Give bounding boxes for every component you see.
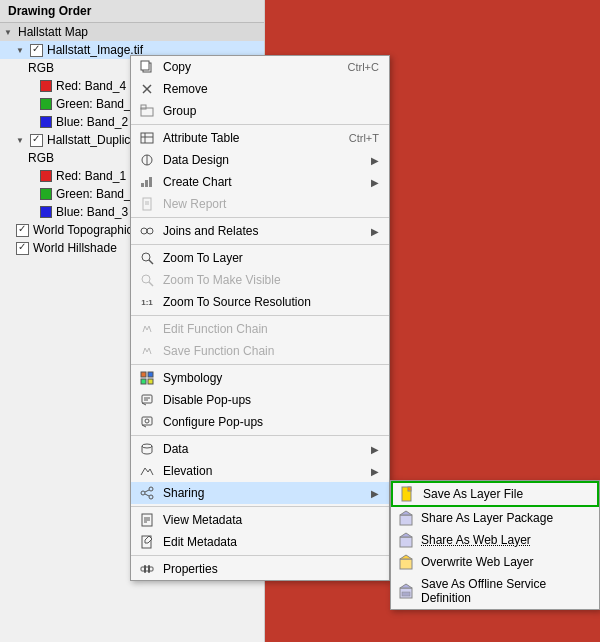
separator-8 xyxy=(131,555,389,556)
submenu-overwrite-web-layer[interactable]: Overwrite Web Layer xyxy=(391,551,599,573)
menu-copy[interactable]: Copy Ctrl+C xyxy=(131,56,389,78)
submenu-share-layer-package[interactable]: Share As Layer Package xyxy=(391,507,599,529)
menu-group-label: Group xyxy=(163,104,196,118)
layer-checkbox[interactable] xyxy=(30,44,43,57)
zoom-11-text: 1:1 xyxy=(141,298,153,307)
band-label: Red: Band_1 xyxy=(56,169,126,183)
menu-data-label: Data xyxy=(163,442,188,456)
svg-rect-51 xyxy=(400,515,412,525)
menu-sharing[interactable]: Sharing ▶ xyxy=(131,482,389,504)
report-icon xyxy=(139,196,155,212)
svg-rect-25 xyxy=(141,379,146,384)
svg-point-19 xyxy=(142,253,150,261)
separator-4 xyxy=(131,315,389,316)
svg-rect-46 xyxy=(144,565,146,573)
menu-disable-popup[interactable]: Disable Pop-ups xyxy=(131,389,389,411)
menu-disable-popup-label: Disable Pop-ups xyxy=(163,393,251,407)
menu-save-function-label: Save Function Chain xyxy=(163,344,274,358)
layer-checkbox[interactable] xyxy=(16,224,29,237)
menu-edit-function-label: Edit Function Chain xyxy=(163,322,268,336)
expand-icon: ▼ xyxy=(16,46,26,55)
svg-rect-1 xyxy=(141,61,149,70)
menu-new-report[interactable]: New Report xyxy=(131,193,389,215)
layer-checkbox[interactable] xyxy=(16,242,29,255)
group-label: Hallstatt Map xyxy=(18,25,88,39)
submenu-share-web-layer[interactable]: Share As Web Layer xyxy=(391,529,599,551)
submenu-save-layer-file[interactable]: Save As Layer File xyxy=(391,481,599,507)
svg-line-22 xyxy=(149,282,153,286)
menu-configure-popup-label: Configure Pop-ups xyxy=(163,415,263,429)
disable-popup-icon xyxy=(139,392,155,408)
properties-icon xyxy=(139,561,155,577)
svg-rect-13 xyxy=(149,177,152,187)
joins-icon xyxy=(139,223,155,239)
color-swatch-blue xyxy=(40,116,52,128)
submenu-save-offline-label: Save As Offline Service Definition xyxy=(421,577,589,605)
svg-point-36 xyxy=(141,491,145,495)
menu-save-function[interactable]: Save Function Chain xyxy=(131,340,389,362)
remove-icon xyxy=(139,81,155,97)
menu-attribute-table[interactable]: Attribute Table Ctrl+T xyxy=(131,127,389,149)
menu-zoom-visible[interactable]: Zoom To Make Visible xyxy=(131,269,389,291)
menu-group[interactable]: Group xyxy=(131,100,389,122)
menu-configure-popup[interactable]: Configure Pop-ups xyxy=(131,411,389,433)
menu-elevation[interactable]: Elevation ▶ xyxy=(131,460,389,482)
color-swatch-red xyxy=(40,80,52,92)
menu-data[interactable]: Data ▶ xyxy=(131,438,389,460)
zoom-layer-icon xyxy=(139,250,155,266)
share-package-icon xyxy=(397,509,415,527)
group-hallstatt-map[interactable]: ▼ Hallstatt Map xyxy=(0,23,264,41)
svg-rect-6 xyxy=(141,133,153,143)
rgb-text: RGB xyxy=(28,61,54,75)
menu-edit-metadata[interactable]: Edit Metadata xyxy=(131,531,389,553)
menu-zoom-source-label: Zoom To Source Resolution xyxy=(163,295,311,309)
sharing-icon xyxy=(139,485,155,501)
elevation-icon xyxy=(139,463,155,479)
zoom-visible-icon xyxy=(139,272,155,288)
menu-joins-relates[interactable]: Joins and Relates ▶ xyxy=(131,220,389,242)
zoom-source-icon: 1:1 xyxy=(139,294,155,310)
arrow-icon-elevation: ▶ xyxy=(371,466,379,477)
svg-line-20 xyxy=(149,260,153,264)
overwrite-icon xyxy=(397,553,415,571)
menu-properties[interactable]: Properties xyxy=(131,558,389,580)
band-label: Green: Band_1 xyxy=(56,97,137,111)
menu-create-chart[interactable]: Create Chart ▶ xyxy=(131,171,389,193)
panel-title: Drawing Order xyxy=(0,0,264,23)
menu-symbology[interactable]: Symbology xyxy=(131,367,389,389)
svg-rect-59 xyxy=(402,592,410,596)
svg-rect-11 xyxy=(141,183,144,187)
color-swatch-red xyxy=(40,170,52,182)
menu-joins-label: Joins and Relates xyxy=(163,224,258,238)
svg-rect-26 xyxy=(148,379,153,384)
band-label: Blue: Band_2 xyxy=(56,115,128,129)
symbology-icon xyxy=(139,370,155,386)
rgb-text: RGB xyxy=(28,151,54,165)
svg-line-38 xyxy=(145,490,149,492)
band-label: Red: Band_4 xyxy=(56,79,126,93)
menu-edit-function[interactable]: Edit Function Chain xyxy=(131,318,389,340)
chart-icon xyxy=(139,174,155,190)
menu-copy-shortcut: Ctrl+C xyxy=(348,61,379,73)
color-swatch-green xyxy=(40,188,52,200)
expand-icon: ▼ xyxy=(16,136,26,145)
edit-function-icon xyxy=(139,321,155,337)
menu-remove[interactable]: Remove xyxy=(131,78,389,100)
separator-2 xyxy=(131,217,389,218)
menu-data-design[interactable]: Data Design ▶ xyxy=(131,149,389,171)
menu-attribute-shortcut: Ctrl+T xyxy=(349,132,379,144)
arrow-icon-data-design: ▶ xyxy=(371,155,379,166)
svg-rect-24 xyxy=(148,372,153,377)
submenu-save-offline[interactable]: Save As Offline Service Definition xyxy=(391,573,599,609)
menu-view-metadata[interactable]: View Metadata xyxy=(131,509,389,531)
svg-marker-54 xyxy=(400,533,412,537)
layer-checkbox[interactable] xyxy=(30,134,43,147)
menu-zoom-layer[interactable]: Zoom To Layer xyxy=(131,247,389,269)
menu-zoom-source[interactable]: 1:1 Zoom To Source Resolution xyxy=(131,291,389,313)
data-design-icon xyxy=(139,152,155,168)
svg-rect-23 xyxy=(141,372,146,377)
sharing-submenu: Save As Layer File Share As Layer Packag… xyxy=(390,480,600,610)
menu-remove-label: Remove xyxy=(163,82,208,96)
svg-marker-58 xyxy=(400,584,412,588)
menu-copy-label: Copy xyxy=(163,60,191,74)
